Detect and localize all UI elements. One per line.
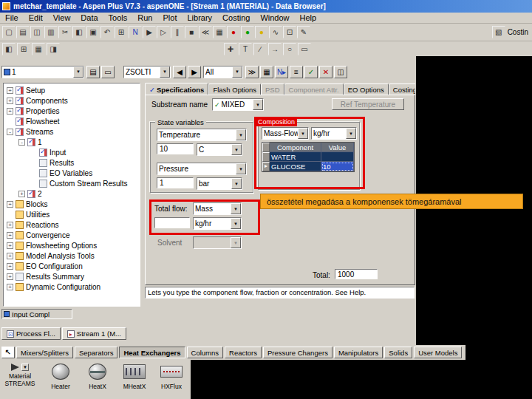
grid-value-cell[interactable]: 10 — [321, 162, 354, 171]
flowsheet-icon[interactable]: ⊡ — [283, 26, 296, 38]
control-panel-icon[interactable]: ▦ — [213, 26, 226, 38]
status-wait-icon[interactable]: ● — [255, 26, 268, 38]
dropdown-arrow-icon[interactable] — [231, 178, 242, 189]
grid-component-cell[interactable]: GLUCOSE — [270, 162, 321, 171]
grid-value-cell[interactable] — [321, 152, 354, 162]
palette-tab[interactable]: Manipulators — [334, 347, 383, 358]
annotate-icon[interactable]: ✎ — [297, 26, 310, 38]
form-tab[interactable]: PSD — [261, 83, 284, 95]
tree-item[interactable]: Flowsheet — [4, 116, 140, 126]
tree-expander-icon[interactable]: + — [7, 263, 13, 270]
grid-row-selector[interactable] — [262, 152, 270, 162]
split-view-icon[interactable]: ◨ — [47, 43, 60, 55]
palette-tab[interactable]: Columns — [187, 347, 224, 358]
rect-tool-icon[interactable]: ▭ — [298, 43, 311, 55]
tree-item[interactable]: + Model Analysis Tools — [4, 250, 140, 261]
back-icon[interactable]: ◀ — [173, 66, 186, 78]
tree-expander-icon[interactable]: + — [7, 284, 13, 290]
form-icon[interactable]: ▦ — [32, 43, 45, 55]
forward-icon[interactable]: ▶ — [188, 66, 201, 78]
pause-icon[interactable]: ∥ — [171, 26, 184, 38]
tree-item[interactable]: + Components — [4, 95, 140, 106]
tree-item[interactable]: + Convergence — [4, 230, 140, 240]
menu-item[interactable]: Plot — [157, 13, 182, 23]
palette-tab[interactable]: Solids — [384, 347, 412, 358]
menu-item[interactable]: View — [48, 13, 76, 23]
select-mode-button[interactable] — [1, 347, 15, 358]
oval-tool-icon[interactable]: ○ — [283, 43, 296, 55]
tree-item[interactable]: - Streams — [4, 126, 140, 137]
cut-icon[interactable]: ✂ — [58, 26, 72, 38]
tree-item[interactable]: + Reactions — [4, 219, 140, 230]
status-stop-icon[interactable]: ● — [227, 26, 240, 38]
menu-item[interactable]: Run — [132, 13, 157, 23]
tree-item[interactable]: + EO Configuration — [4, 261, 140, 271]
data-browser-icon[interactable]: ⊞ — [115, 26, 128, 38]
dropdown-arrow-icon[interactable] — [231, 144, 242, 155]
tree-expander-icon[interactable]: + — [7, 201, 13, 208]
copy-icon[interactable]: ◧ — [72, 26, 86, 38]
composition-unit-select[interactable]: kg/hr — [311, 127, 357, 140]
tree-item[interactable]: + Dynamic Configuration — [4, 282, 140, 292]
total-flow-unit-select[interactable]: kg/hr — [193, 217, 242, 230]
arrow-tool-icon[interactable]: → — [268, 43, 282, 55]
tree-expander-icon[interactable]: + — [7, 232, 13, 239]
tree-item[interactable]: + 2 — [4, 188, 140, 199]
dropdown-arrow-icon[interactable] — [231, 203, 241, 214]
tree-item[interactable]: - 1 — [4, 137, 140, 147]
model-mheatx[interactable]: MHeatX — [118, 362, 151, 390]
tree-expander-icon[interactable]: + — [18, 191, 25, 197]
tree-item[interactable]: Input — [4, 147, 140, 157]
substream-select[interactable]: MIXED — [212, 98, 264, 111]
pressure-unit-select[interactable]: bar — [197, 177, 242, 190]
tree-item[interactable]: + Flowsheeting Options — [4, 240, 140, 250]
tree-item[interactable]: + Results Summary — [4, 271, 140, 282]
undo-icon[interactable]: ↶ — [100, 26, 114, 38]
check-status-icon[interactable]: ✓ — [304, 66, 318, 78]
status-run-icon[interactable]: ● — [241, 26, 254, 38]
paste-icon[interactable]: ▣ — [86, 26, 100, 38]
state-variable1-select[interactable]: Temperature — [157, 129, 247, 141]
window-tab[interactable]: Stream 1 (M... — [62, 327, 126, 340]
stream-dropdown-icon[interactable] — [21, 364, 29, 371]
tree-item[interactable]: + Properties — [4, 106, 140, 116]
save-icon[interactable]: ◫ — [30, 26, 44, 38]
grid-icon[interactable]: ⊞ — [17, 43, 30, 55]
total-flow-basis-select[interactable]: Mass — [193, 202, 242, 215]
solvent-select[interactable] — [193, 236, 242, 249]
tree-item[interactable]: Custom Stream Results — [4, 178, 140, 188]
dropdown-arrow-icon[interactable] — [346, 128, 356, 139]
palette-tab[interactable]: Pressure Changers — [263, 347, 332, 358]
grid-component-cell[interactable]: WATER — [270, 152, 321, 162]
pressure-input[interactable]: 1 — [157, 177, 194, 188]
palette-tab[interactable]: Separators — [75, 347, 117, 358]
model-heatx[interactable]: HeatX — [81, 362, 114, 390]
print-icon[interactable]: ▥ — [44, 26, 58, 38]
tree-expander-icon[interactable]: - — [18, 139, 25, 146]
tree-expander-icon[interactable]: + — [7, 87, 13, 94]
plot-icon[interactable]: ∿ — [269, 26, 282, 38]
next-input-icon[interactable]: N — [129, 26, 142, 38]
menu-item[interactable]: Data — [75, 13, 103, 23]
run-icon[interactable]: ▶ — [143, 26, 156, 38]
form-tab[interactable]: Flash Options — [208, 83, 261, 95]
temperature-unit-select[interactable]: C — [197, 143, 242, 156]
tree-item[interactable]: EO Variables — [4, 168, 140, 178]
copy-object-icon[interactable]: ◫ — [334, 66, 347, 78]
tree-expander-icon[interactable]: + — [7, 98, 13, 104]
menu-item[interactable]: Window — [255, 13, 294, 23]
comments-icon[interactable]: ▭ — [101, 66, 115, 78]
text-tool-icon[interactable]: T — [239, 43, 252, 55]
model-palette-icon[interactable]: ▦ — [260, 66, 273, 78]
stop-icon[interactable]: ■ — [185, 26, 198, 38]
tree-expander-icon[interactable]: + — [7, 253, 13, 259]
next-input-icon[interactable]: N▸ — [275, 66, 288, 78]
dropdown-arrow-icon[interactable] — [236, 129, 246, 140]
form-tab[interactable]: Costing — [389, 83, 415, 95]
step-icon[interactable]: ▷ — [157, 26, 170, 38]
menu-item[interactable]: File — [0, 13, 24, 23]
dropdown-arrow-icon[interactable] — [231, 218, 241, 229]
tree-item[interactable]: Utilities — [4, 209, 140, 219]
workbook-icon[interactable]: ◧ — [2, 43, 16, 55]
dropdown-arrow-icon[interactable] — [160, 66, 170, 78]
